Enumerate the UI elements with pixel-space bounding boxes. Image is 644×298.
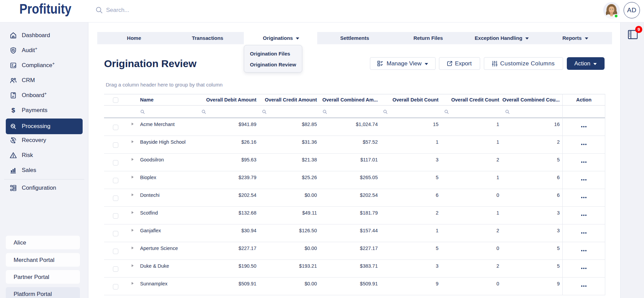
svg-text:$: $ xyxy=(12,107,15,114)
